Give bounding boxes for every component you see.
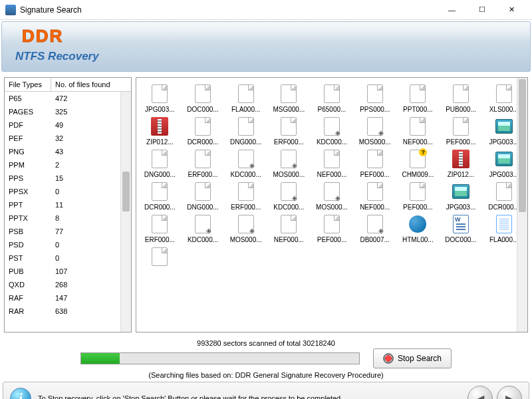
file-item[interactable]: KDC000... <box>182 213 224 243</box>
file-type-row[interactable]: PPSX0 <box>5 185 131 198</box>
file-type-row[interactable]: PPT11 <box>5 198 131 211</box>
left-scroll-thumb[interactable] <box>122 172 130 211</box>
file-item[interactable]: PEF000... <box>354 148 396 178</box>
file-item[interactable]: PUB000... <box>440 83 482 113</box>
file-item[interactable]: MOS000... <box>354 116 396 146</box>
file-item[interactable]: FLA000... <box>225 83 267 113</box>
file-item[interactable]: ERF000... <box>225 181 267 211</box>
file-type-label: PPT <box>5 201 51 209</box>
file-item[interactable]: PPS000... <box>354 83 396 113</box>
file-label: MOS000... <box>270 171 307 178</box>
file-item[interactable]: JPG003... <box>440 181 482 211</box>
file-type-row[interactable]: RAF147 <box>5 291 131 305</box>
file-item[interactable]: DOC000... <box>182 83 224 113</box>
file-item[interactable]: KDC000... <box>268 181 310 211</box>
file-type-row[interactable]: PPS15 <box>5 172 131 185</box>
file-type-row[interactable]: PPM2 <box>5 158 131 172</box>
file-item[interactable]: DCR000... <box>139 181 181 211</box>
file-item[interactable]: MOS000... <box>225 213 267 243</box>
file-type-row[interactable]: P65472 <box>5 92 131 105</box>
blank-icon <box>364 181 386 202</box>
file-item[interactable]: MSG000... <box>268 83 310 113</box>
file-type-label: PPSX <box>5 188 51 196</box>
file-item[interactable]: NEF000... <box>354 181 396 211</box>
file-type-count: 77 <box>51 227 131 235</box>
file-item[interactable]: NEF000... <box>397 116 439 146</box>
file-type-row[interactable]: RAR638 <box>5 305 131 318</box>
file-type-row[interactable]: PNG43 <box>5 145 131 158</box>
file-item[interactable]: JPG003... <box>139 83 181 113</box>
stop-search-button[interactable]: Stop Search <box>373 348 452 368</box>
file-type-row[interactable]: PST0 <box>5 251 131 265</box>
blank-icon <box>235 83 257 104</box>
footer: i To Stop recovery, click on 'Stop Searc… <box>3 382 529 399</box>
file-item[interactable] <box>139 246 181 269</box>
stop-label: Stop Search <box>398 354 442 363</box>
file-item[interactable]: NEF000... <box>268 213 310 243</box>
info-icon: i <box>10 388 31 399</box>
file-item[interactable]: ZIP012... <box>139 116 181 146</box>
file-type-row[interactable]: PSB77 <box>5 225 131 238</box>
stop-icon <box>383 353 394 364</box>
file-item[interactable]: KDC000... <box>225 148 267 178</box>
file-type-count: 0 <box>51 188 131 196</box>
left-scrollbar[interactable] <box>120 92 131 332</box>
right-scrollbar[interactable] <box>517 78 527 332</box>
file-item[interactable]: PEF000... <box>397 181 439 211</box>
blank-icon <box>149 148 170 170</box>
file-item[interactable]: P65000... <box>311 83 353 113</box>
file-label: ZIP012... <box>141 138 178 146</box>
minimize-button[interactable]: — <box>437 1 467 19</box>
file-item[interactable]: ZIP012... <box>440 148 482 178</box>
file-type-row[interactable]: PAGES325 <box>5 105 131 118</box>
file-label: NEF000... <box>270 236 307 243</box>
file-item[interactable]: DCR000... <box>182 116 224 146</box>
file-label: KDC000... <box>313 138 350 146</box>
blank-icon <box>149 83 170 104</box>
file-type-row[interactable]: PSD0 <box>5 238 131 251</box>
forward-button[interactable]: ▶ <box>497 386 522 399</box>
file-label: P65000... <box>313 106 350 113</box>
right-scroll-thumb[interactable] <box>519 79 526 212</box>
file-item[interactable]: PEF000... <box>440 116 482 146</box>
file-type-label: PAGES <box>5 108 51 116</box>
file-item[interactable]: DNG000... <box>182 181 224 211</box>
file-label: MSG000... <box>270 106 307 113</box>
file-item[interactable]: DNG000... <box>225 116 267 146</box>
maximize-button[interactable]: ☐ <box>467 1 497 19</box>
file-item[interactable]: DB0007... <box>354 213 396 243</box>
file-item[interactable]: MOS000... <box>268 148 310 178</box>
blank-icon <box>278 116 299 137</box>
file-item[interactable]: ERF000... <box>268 116 310 146</box>
file-item[interactable]: HTML00... <box>397 213 439 243</box>
file-label: ERF000... <box>270 138 307 146</box>
file-label: PPT000... <box>399 106 436 113</box>
file-type-count: 325 <box>51 108 131 116</box>
file-item[interactable]: ERF000... <box>139 213 181 243</box>
file-type-row[interactable]: PPTX8 <box>5 211 131 225</box>
file-type-row[interactable]: PDF49 <box>5 118 131 132</box>
file-label: DOC000... <box>184 106 221 113</box>
file-item[interactable]: PPT000... <box>397 83 439 113</box>
file-item[interactable]: KDC000... <box>311 116 353 146</box>
progress-fill <box>81 353 120 364</box>
file-item[interactable]: MOS000... <box>311 181 353 211</box>
file-item[interactable]: PEF000... <box>311 213 353 243</box>
blank-icon <box>278 213 299 235</box>
col-file-types[interactable]: File Types <box>5 78 51 91</box>
col-files-found[interactable]: No. of files found <box>51 78 131 91</box>
file-item[interactable]: ERF000... <box>182 148 224 178</box>
blank-icon <box>321 213 342 235</box>
file-item[interactable]: DOC000... <box>440 213 482 243</box>
file-type-row[interactable]: PUB107 <box>5 265 131 278</box>
file-item[interactable]: NEF000... <box>311 148 353 178</box>
file-type-row[interactable]: QXD268 <box>5 278 131 291</box>
back-button[interactable]: ◀ <box>467 386 493 399</box>
close-button[interactable]: ✕ <box>497 1 527 19</box>
file-label: PUB000... <box>442 106 479 113</box>
file-type-row[interactable]: PEF32 <box>5 132 131 145</box>
file-item[interactable]: DNG000... <box>139 148 181 178</box>
file-label: KDC000... <box>270 203 307 211</box>
file-item[interactable]: CHM009... <box>397 148 439 178</box>
file-label: PEF000... <box>442 138 479 146</box>
